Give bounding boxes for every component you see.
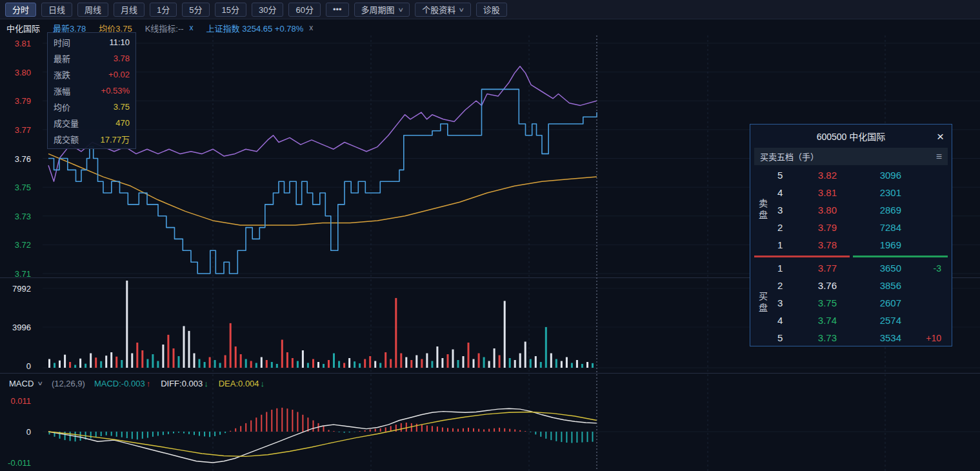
toolbar-tab[interactable]: 15分 xyxy=(215,3,246,17)
macd-hist-bar xyxy=(545,432,546,439)
volume-bar xyxy=(199,359,201,368)
macd-hist-bar xyxy=(473,428,474,432)
order-book-row[interactable]: 43.742574 xyxy=(772,312,948,329)
macd-hist-bar xyxy=(106,432,107,436)
macd-hist-bar xyxy=(255,417,257,432)
volume-bar xyxy=(390,359,392,368)
volume-bar xyxy=(235,346,237,368)
volume-bar xyxy=(525,342,526,368)
more-periods-button[interactable]: ••• xyxy=(326,3,349,17)
macd-hist-bar xyxy=(240,426,241,432)
tooltip-row: 均价3.75 xyxy=(48,99,135,115)
order-book-row[interactable]: 53.733534+10 xyxy=(772,329,948,346)
volume-bar xyxy=(302,350,304,368)
multi-period-dropdown[interactable]: 多周期图 ∨ xyxy=(354,3,410,17)
volume-bar xyxy=(157,361,159,368)
order-book-row[interactable]: 33.802869 xyxy=(772,201,948,219)
order-book-row[interactable]: 33.752607 xyxy=(772,294,948,312)
macd-hist-bar xyxy=(209,432,210,437)
macd-hist-bar xyxy=(250,421,252,432)
volume-bar xyxy=(59,361,61,368)
tooltip-row: 成交量470 xyxy=(48,115,135,131)
order-book-panel: 600500 中化国际 × 买卖五档（手） ≡ 卖盘 53.82309643.8… xyxy=(750,124,952,346)
toolbar: 分时日线周线月线1分5分15分30分60分 ••• 多周期图 ∨ 个股资料 ∨ … xyxy=(0,0,980,19)
macd-hist-bar xyxy=(147,432,148,438)
axis-label: 3.72 xyxy=(0,240,31,250)
axis-label: 0.011 xyxy=(0,396,31,406)
volume-bar xyxy=(64,355,66,368)
close-icon[interactable]: × xyxy=(937,130,944,143)
toolbar-tab[interactable]: 分时 xyxy=(5,3,36,17)
macd-hist-bar xyxy=(525,431,526,432)
macd-hist-bar xyxy=(194,432,195,435)
volume-bar xyxy=(405,357,407,368)
axis-label: 0 xyxy=(0,427,31,437)
macd-hist-bar xyxy=(452,428,454,432)
remove-kline-indicator-icon[interactable]: x xyxy=(190,23,194,32)
macd-hist-bar xyxy=(478,429,479,432)
volume-bar xyxy=(146,359,148,368)
order-book-divider xyxy=(754,256,948,257)
toolbar-tab[interactable]: 30分 xyxy=(252,3,283,17)
remove-index-overlay-icon[interactable]: x xyxy=(309,23,313,32)
macd-hist-bar xyxy=(365,430,366,432)
index-overlay-label[interactable]: 上证指数 3254.65 +0.78% xyxy=(206,22,304,34)
indicator-value: DEA:0.004↓ xyxy=(219,379,265,388)
toolbar-tab[interactable]: 日线 xyxy=(41,3,72,17)
macd-hist-bar xyxy=(437,426,438,432)
five-level-tab[interactable]: 买卖五档（手） xyxy=(760,150,819,163)
toolbar-tab[interactable]: 60分 xyxy=(288,3,320,17)
macd-hist-bar xyxy=(447,428,448,432)
toolbar-tab[interactable]: 月线 xyxy=(114,3,145,17)
volume-bar xyxy=(452,350,454,368)
order-book-row[interactable]: 23.763856 xyxy=(772,277,948,294)
macd-hist-bar xyxy=(504,428,505,432)
macd-hist-bar xyxy=(359,431,361,432)
volume-bar xyxy=(415,356,417,368)
axis-label: 3.76 xyxy=(0,154,31,163)
toolbar-tab[interactable]: 5分 xyxy=(182,3,209,17)
macd-hist-bar xyxy=(344,432,345,433)
order-book-row[interactable]: 53.823096 xyxy=(772,166,948,184)
macd-hist-bar xyxy=(323,426,325,432)
indicator-selector[interactable]: MACD ∨ xyxy=(9,379,43,388)
toolbar-tab[interactable]: 1分 xyxy=(150,3,177,17)
macd-hist-bar xyxy=(566,432,567,443)
kline-indicator-label: K线指标:-- xyxy=(145,22,184,34)
diagnose-button[interactable]: 诊股 xyxy=(476,3,507,17)
volume-bar xyxy=(214,360,216,368)
macd-hist-bar xyxy=(519,430,521,432)
macd-hist-bar xyxy=(188,432,190,434)
macd-hist-bar xyxy=(535,432,536,434)
macd-hist-bar xyxy=(401,423,402,432)
macd-hist-bar xyxy=(540,432,541,437)
dea-line xyxy=(48,412,597,457)
volume-bar xyxy=(74,365,76,368)
volume-bar xyxy=(69,362,71,368)
order-book-row[interactable]: 43.812301 xyxy=(772,184,948,201)
volume-bar xyxy=(136,343,138,368)
volume-bar xyxy=(286,352,288,368)
volume-bar xyxy=(100,361,102,368)
menu-icon[interactable]: ≡ xyxy=(936,151,942,163)
order-book-row[interactable]: 13.773650-3 xyxy=(772,259,948,277)
macd-hist-bar xyxy=(261,415,262,432)
macd-hist-bar xyxy=(514,430,515,432)
indicator-params: (12,26,9) xyxy=(52,379,85,388)
volume-bar xyxy=(410,360,412,368)
volume-bar xyxy=(431,361,433,368)
order-book-row[interactable]: 23.797284 xyxy=(772,219,948,236)
macd-hist-bar xyxy=(137,432,138,439)
volume-bar xyxy=(204,362,206,368)
macd-hist-bar xyxy=(204,432,205,436)
crosshair-tooltip: 时间11:10最新3.78涨跌+0.02涨幅+0.53%均价3.75成交量470… xyxy=(47,32,136,149)
macd-hist-bar xyxy=(385,428,386,432)
macd-hist-bar xyxy=(499,428,500,432)
macd-hist-bar xyxy=(421,425,423,432)
volume-bar xyxy=(369,356,371,368)
macd-hist-bar xyxy=(121,432,123,437)
order-book-row[interactable]: 13.781969 xyxy=(772,236,948,254)
stock-info-dropdown[interactable]: 个股资料 ∨ xyxy=(415,3,471,17)
macd-hist-bar xyxy=(406,423,407,432)
toolbar-tab[interactable]: 周线 xyxy=(77,3,108,17)
